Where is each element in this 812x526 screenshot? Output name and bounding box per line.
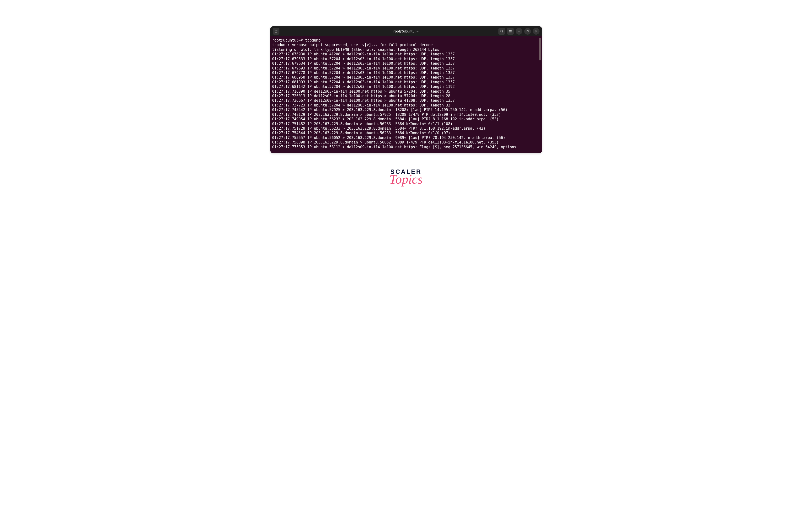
terminal-line: 01:27:17.681142 IP ubuntu.57204 > del12s…	[272, 85, 540, 89]
terminal-line: 01:27:17.679634 IP ubuntu.57204 > del12s…	[272, 61, 540, 66]
scrollbar[interactable]	[539, 38, 541, 60]
terminal-line: 01:27:17.676930 IP ubuntu.41208 > del12s…	[272, 52, 540, 57]
terminal-prompt-line: root@ubuntu:~# tcpdump	[272, 38, 540, 43]
brand-logo: SCALER Topics	[389, 168, 422, 187]
terminal-line: listening on wlo1, link-type EN10MB (Eth…	[272, 47, 540, 52]
terminal-line: 01:27:17.749054 IP ubuntu.56233 > 203.16…	[272, 117, 540, 121]
terminal-line: 01:27:17.736667 IP del12s09-in-f14.1e100…	[272, 98, 540, 103]
terminal-line: 01:27:17.754544 IP 203.163.229.8.domain …	[272, 131, 540, 135]
terminal-window: root@ubuntu: ~	[270, 26, 542, 153]
svg-rect-9	[527, 31, 528, 32]
terminal-line: 01:27:17.751728 IP ubuntu.56233 > 203.16…	[272, 126, 540, 131]
hamburger-icon	[509, 30, 512, 33]
terminal-line: 01:27:17.716390 IP del12s03-in-f14.1e100…	[272, 89, 540, 94]
terminal-line: 01:27:17.758098 IP 203.163.229.8.domain …	[272, 140, 540, 145]
search-icon	[500, 30, 504, 33]
brand-topics-wrapper: Topics	[389, 175, 422, 187]
svg-rect-0	[275, 30, 277, 32]
terminal-line: 01:27:17.745442 IP ubuntu.57925 > 203.16…	[272, 108, 540, 112]
minimize-button[interactable]	[516, 28, 522, 34]
search-button[interactable]	[498, 28, 505, 34]
terminal-line: 01:27:17.726013 IP del12s03-in-f14.1e100…	[272, 94, 540, 98]
terminal-line: 01:27:17.755557 IP ubuntu.56052 > 203.16…	[272, 136, 540, 140]
titlebar: root@ubuntu: ~	[270, 26, 542, 36]
terminal-content[interactable]: root@ubuntu:~# tcpdump tcpdump: verbose …	[270, 36, 542, 153]
terminal-line: 01:27:17.751482 IP 203.163.229.8.domain …	[272, 122, 540, 126]
svg-point-3	[501, 30, 503, 32]
new-tab-icon	[274, 30, 278, 33]
new-tab-button[interactable]	[273, 28, 279, 34]
terminal-line: 01:27:17.679533 IP ubuntu.57204 > del12s…	[272, 57, 540, 61]
close-icon	[535, 30, 537, 33]
terminal-line: 01:27:17.679778 IP ubuntu.57204 > del12s…	[272, 71, 540, 75]
window-title: root@ubuntu: ~	[393, 29, 418, 33]
terminal-output: tcpdump: verbose output suppressed, use …	[272, 43, 540, 149]
maximize-button[interactable]	[524, 28, 531, 34]
menu-button[interactable]	[507, 28, 514, 34]
terminal-line: 01:27:17.737723 IP ubuntu.57204 > del12s…	[272, 103, 540, 108]
minimize-icon	[518, 30, 520, 33]
titlebar-left	[273, 28, 279, 34]
terminal-line: 01:27:17.775353 IP ubuntu.58112 > del12s…	[272, 145, 540, 149]
titlebar-right	[498, 28, 539, 34]
terminal-line: 01:27:17.681093 IP ubuntu.57204 > del12s…	[272, 80, 540, 85]
terminal-line: 01:27:17.679693 IP ubuntu.57204 > del12s…	[272, 66, 540, 71]
maximize-icon	[526, 30, 529, 32]
svg-line-4	[502, 32, 503, 32]
terminal-line: tcpdump: verbose output suppressed, use …	[272, 43, 540, 47]
terminal-line: 01:27:17.748129 IP 203.163.229.8.domain …	[272, 113, 540, 117]
terminal-line: 01:27:17.680958 IP ubuntu.57204 > del12s…	[272, 75, 540, 80]
brand-topics: Topics	[389, 172, 422, 187]
close-button[interactable]	[533, 28, 539, 34]
